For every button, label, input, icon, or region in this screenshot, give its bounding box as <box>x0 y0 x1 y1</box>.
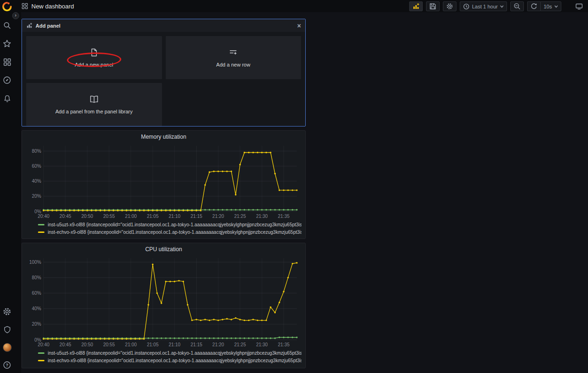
svg-text:40%: 40% <box>32 306 41 311</box>
svg-text:60%: 60% <box>32 291 41 296</box>
svg-text:20:45: 20:45 <box>59 342 71 347</box>
tile-label-panel-library: Add a panel from the panel library <box>55 109 132 114</box>
book-icon <box>89 95 99 104</box>
svg-text:100%: 100% <box>29 260 41 265</box>
panel-title-memory[interactable]: Memory utilization <box>26 132 301 142</box>
svg-text:21:30: 21:30 <box>256 214 268 219</box>
tv-mode-button[interactable] <box>572 1 586 11</box>
refresh-button[interactable] <box>527 1 540 11</box>
svg-text:21:15: 21:15 <box>191 342 202 347</box>
dashboard-settings-button[interactable] <box>443 1 456 11</box>
side-menu: ? <box>0 0 21 373</box>
top-navbar: New dashboard <box>0 0 588 12</box>
refresh-button-group: 10s <box>527 1 561 11</box>
add-new-row-tile[interactable]: Add a new row <box>166 36 301 79</box>
svg-text:20:45: 20:45 <box>59 214 71 219</box>
compass-icon <box>3 76 11 84</box>
memory-chart-legend: inst-u5uzt-x9-ol88 {instancepoolid="ocid… <box>26 221 301 236</box>
bar-chart-add-icon <box>26 22 32 29</box>
search-icon <box>3 22 11 30</box>
shield-icon <box>3 326 11 334</box>
legend-item[interactable]: inst-echvo-x9-ol88 {instancepoolid="ocid… <box>38 228 301 236</box>
cpu-chart-legend: inst-u5uzt-x9-ol88 {instancepoolid="ocid… <box>26 349 301 364</box>
save-dashboard-button[interactable] <box>426 1 440 11</box>
page-title: New dashboard <box>31 3 74 10</box>
svg-text:0%: 0% <box>35 337 42 343</box>
chevron-down-icon <box>554 5 558 8</box>
add-panel-widget-header[interactable]: Add panel × <box>22 19 305 32</box>
add-panel-from-library-tile[interactable]: Add a panel from the panel library <box>26 83 162 126</box>
svg-text:21:15: 21:15 <box>191 214 202 219</box>
svg-text:60%: 60% <box>32 164 41 169</box>
save-dashboard-icon <box>429 3 436 10</box>
svg-text:?: ? <box>6 363 8 367</box>
svg-text:21:25: 21:25 <box>234 342 246 347</box>
legend-item[interactable]: inst-u5uzt-x9-ol88 {instancepoolid="ocid… <box>38 349 301 357</box>
tile-label-add-new-panel: Add a new panel <box>75 62 113 67</box>
grafana-logo-icon <box>2 1 12 12</box>
panel-file-icon <box>89 48 99 57</box>
legend-swatch <box>38 352 44 354</box>
svg-text:21:25: 21:25 <box>234 214 246 219</box>
svg-text:20:50: 20:50 <box>81 342 93 347</box>
svg-text:20:40: 20:40 <box>37 342 49 347</box>
widget-title: Add panel <box>36 23 60 29</box>
svg-text:0%: 0% <box>35 209 42 214</box>
sidebar-item-search[interactable] <box>2 20 12 30</box>
grafana-logo[interactable] <box>2 1 12 12</box>
svg-text:20:55: 20:55 <box>103 342 115 347</box>
time-range-picker[interactable]: Last 1 hour <box>460 1 507 11</box>
chevron-down-icon <box>500 5 504 8</box>
legend-swatch <box>38 360 44 361</box>
svg-text:20%: 20% <box>32 194 41 199</box>
svg-text:21:30: 21:30 <box>256 342 268 347</box>
zoom-out-button[interactable] <box>510 1 524 11</box>
legend-label: inst-echvo-x9-ol88 {instancepoolid="ocid… <box>48 230 301 235</box>
refresh-interval-label: 10s <box>544 4 552 9</box>
dashboard-title-wrap[interactable]: New dashboard <box>22 3 74 10</box>
gear-icon <box>446 3 453 10</box>
tv-mode-icon <box>575 3 583 10</box>
add-panel-widget: Add panel × Add a new panel Add a new ro… <box>22 19 306 127</box>
dashboards-grid-icon <box>3 58 11 66</box>
refresh-interval-select[interactable]: 10s <box>540 1 561 11</box>
svg-text:40%: 40% <box>32 179 41 184</box>
sidebar-item-explore[interactable] <box>2 75 12 85</box>
sidebar-item-starred[interactable] <box>2 38 12 49</box>
memory-chart[interactable]: 0%20%40%60%80%20:4020:4520:5020:5521:002… <box>26 142 301 220</box>
sidebar-expand-button[interactable]: › <box>12 12 19 19</box>
cpu-chart[interactable]: 0%20%40%60%80%100%20:4020:4520:5020:5521… <box>26 254 301 348</box>
time-range-label: Last 1 hour <box>472 4 498 9</box>
svg-text:80%: 80% <box>32 149 41 154</box>
panel-memory-utilization: Memory utilization 0%20%40%60%80%20:4020… <box>22 130 306 239</box>
panel-cpu-utilization: CPU utilization 0%20%40%60%80%100%20:402… <box>22 243 306 368</box>
clock-icon <box>463 3 470 10</box>
dashboard-toolbar: Last 1 hour 10s <box>409 1 586 11</box>
svg-text:21:20: 21:20 <box>213 214 224 219</box>
add-panel-tiles: Add a new panel Add a new row Add a pane… <box>22 32 305 130</box>
refresh-icon <box>530 3 537 10</box>
add-panel-button[interactable] <box>409 1 423 11</box>
gear-icon <box>3 307 11 316</box>
svg-text:20:40: 20:40 <box>37 214 49 219</box>
help-circle-icon: ? <box>3 361 11 369</box>
panel-title-cpu[interactable]: CPU utilization <box>26 245 301 254</box>
sidebar-top-group <box>2 20 12 112</box>
svg-text:21:00: 21:00 <box>125 342 137 347</box>
legend-swatch <box>38 224 44 225</box>
add-new-panel-tile[interactable]: Add a new panel <box>26 36 162 79</box>
sidebar-item-alerting[interactable] <box>2 93 12 104</box>
sidebar-item-dashboards[interactable] <box>2 57 12 67</box>
sidebar-item-server-admin[interactable] <box>2 324 12 335</box>
legend-label: inst-echvo-x9-ol88 {instancepoolid="ocid… <box>48 358 301 363</box>
legend-swatch <box>38 231 44 233</box>
legend-label: inst-u5uzt-x9-ol88 {instancepoolid="ocid… <box>48 351 301 356</box>
legend-item[interactable]: inst-echvo-x9-ol88 {instancepoolid="ocid… <box>38 357 301 364</box>
sidebar-item-configuration[interactable] <box>2 306 12 317</box>
legend-item[interactable]: inst-u5uzt-x9-ol88 {instancepoolid="ocid… <box>38 221 301 228</box>
svg-text:21:10: 21:10 <box>169 342 180 347</box>
sidebar-item-help[interactable]: ? <box>2 360 12 370</box>
sidebar-bottom-group: ? <box>2 299 12 370</box>
close-icon[interactable]: × <box>297 22 301 29</box>
sidebar-item-profile[interactable] <box>2 342 12 352</box>
